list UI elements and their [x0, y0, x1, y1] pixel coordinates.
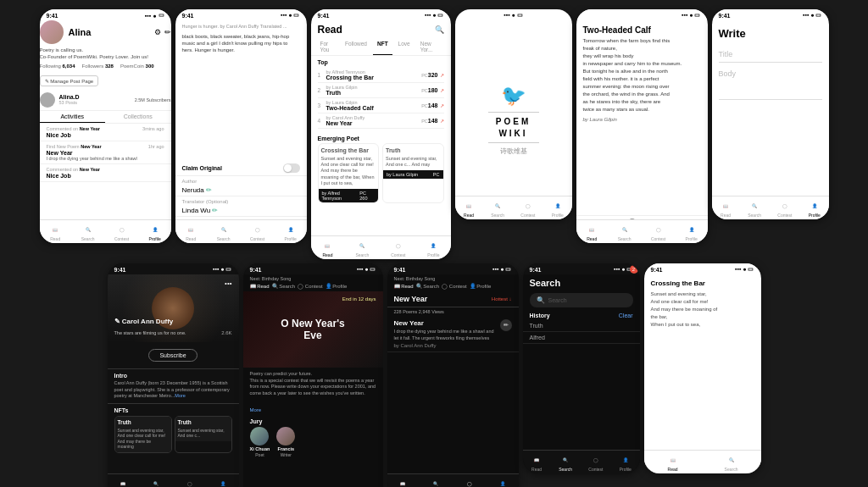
nav-read-crossing[interactable]: 📖Read [667, 454, 679, 472]
jury-francis: Francis Writer [276, 427, 295, 457]
translator-label: Translator (Optional) [175, 196, 307, 205]
read-icon-contest[interactable]: 📖 Read [250, 283, 270, 289]
nav-read-profile[interactable]: 📖Read [49, 224, 61, 241]
nav-search-splash[interactable]: 🔍Search [491, 200, 504, 218]
gear-icon[interactable]: ⚙ [154, 28, 161, 36]
edit-icon[interactable]: ✏ [164, 28, 171, 36]
nav-read-splash[interactable]: 📖Read [463, 200, 475, 218]
nav-quick-results: 📖 Read 🔍 Search ◯ Contest 👤 Profile [387, 283, 519, 289]
tab-newyork[interactable]: New Yor... [416, 39, 444, 55]
tab-nft[interactable]: NFT [373, 39, 392, 55]
intro-label: Intro [114, 373, 232, 379]
tab-activities[interactable]: Activities [40, 111, 106, 123]
tab-foryou[interactable]: For You [316, 39, 339, 55]
nav-read-detail[interactable]: 📖Read [586, 224, 598, 241]
hottest-button[interactable]: Hottest ↓ [492, 296, 512, 302]
search-bar[interactable]: 🔍 Search [530, 293, 633, 307]
bottom-nav-write: 📖Read 🔍Search ◯Contest 👤Profile [712, 196, 829, 219]
status-bar-carol: 9:41 ▪▪▪ ● ▭ [108, 263, 239, 274]
jury-avatar-1 [250, 427, 269, 445]
nav-search-profile[interactable]: 🔍Search [81, 224, 95, 241]
write-body-field[interactable]: Body [719, 66, 822, 100]
logo-wiki-text: WIKI [498, 129, 527, 138]
nav-contest-write[interactable]: ◯Contest [777, 200, 792, 218]
emerging-card-1[interactable]: Crossing the Bar Sunset and evening star… [318, 143, 380, 203]
more-link[interactable]: More [175, 393, 186, 398]
nft-row-3: 3 by Laura Gilpin Two-Headed Calf PC 148… [318, 98, 444, 113]
clear-history-button[interactable]: Clear [619, 313, 633, 318]
nav-profile-write[interactable]: 👤Profile [809, 200, 821, 218]
bottom-nav-splash: 📖Read 🔍Search ◯Contest 👤Profile [455, 196, 572, 219]
nav-search-results[interactable]: 🔍Search [429, 478, 442, 487]
write-content: Write Title Body [712, 20, 829, 219]
manage-post-button[interactable]: ✎ Manage Post Page [40, 75, 99, 86]
tab-collections[interactable]: Collections [105, 111, 171, 123]
nav-contest-post[interactable]: ◯Contest [250, 224, 264, 241]
nav-read-search[interactable]: 📖Read [531, 454, 542, 472]
phone-splash: ▪▪▪ ● ▭ 🐦 POEM WIKI 诗歌维基 📖Read 🔍Search ◯… [455, 9, 572, 219]
crossing-poem-title: Crossing the Bar [651, 279, 754, 287]
phone-write: 9:41 ▪▪▪ ● ▭ Write Title Body 📖Read 🔍Sea… [712, 9, 829, 219]
nav-search-carol[interactable]: 🔍Search [149, 478, 163, 487]
history-item-truth[interactable]: Truth [523, 320, 640, 332]
top-label: Top [318, 59, 444, 65]
read-tabs: For You Followed NFT Love New Yor... [311, 39, 451, 56]
nav-search-nft[interactable]: 🔍Search [355, 240, 369, 257]
nav-profile-post[interactable]: 👤Profile [285, 224, 297, 241]
contest-icon-contest[interactable]: ◯ Contest [298, 283, 322, 289]
nav-profile-carol[interactable]: 👤Profile [217, 478, 229, 487]
bottom-nav-search: 📖Read 🔍Search ◯Contest 👤Profile [523, 450, 640, 473]
nav-profile-search[interactable]: 👤Profile [620, 454, 632, 472]
nft-row-2: 2 by Laura Gilpin Truth PC 180 ↗ [318, 83, 444, 98]
subscribe-button[interactable]: Subscribe [148, 349, 197, 362]
nav-profile-splash[interactable]: 👤Profile [552, 200, 564, 218]
tab-love[interactable]: Love [394, 39, 415, 55]
edit-button-result[interactable]: ✏ [500, 319, 512, 331]
nav-search-detail[interactable]: 🔍Search [618, 224, 632, 241]
profile-icon-contest[interactable]: 👤 Profile [326, 283, 348, 289]
results-stats: 228 Poems 2,948 Views [387, 307, 519, 316]
nav-contest-results[interactable]: ◯Contest [462, 478, 476, 487]
tab-followed[interactable]: Followed [341, 39, 371, 55]
author-value: Neruda ✏ [175, 185, 307, 196]
nav-contest-nft[interactable]: ◯Contest [391, 240, 405, 257]
poem-body: Tomorrow when the farm boys find this fr… [583, 37, 701, 113]
logo-divider-bottom [488, 142, 539, 143]
nav-read-nft[interactable]: 📖Read [321, 240, 333, 257]
nft-card-truth-2[interactable]: Truth Sunset and evening star, And one c… [175, 416, 232, 452]
history-item-alfred[interactable]: Alfred [523, 332, 640, 344]
nav-search-write[interactable]: 🔍Search [748, 200, 761, 218]
nav-search-crossing[interactable]: 🔍Search [725, 454, 738, 472]
nav-profile-results[interactable]: 👤Profile [497, 478, 509, 487]
search-icon-contest[interactable]: 🔍 Search [272, 283, 296, 289]
nav-contest-profile[interactable]: ◯Contest [114, 224, 129, 241]
nav-contest-detail[interactable]: ◯Contest [651, 224, 665, 241]
nav-contest-splash[interactable]: ◯Contest [520, 200, 535, 218]
prev-results-label: Next: Birthday Song [387, 274, 519, 283]
nav-read-carol[interactable]: 📖Read [117, 478, 129, 487]
nft-card-truth-1[interactable]: Truth Sunset and evening star, And one c… [114, 416, 172, 452]
results-title: New Year [394, 295, 428, 303]
write-title-field[interactable]: Title [719, 47, 822, 63]
nav-profile-detail[interactable]: 👤Profile [686, 224, 698, 241]
signal-icon: ▪▪▪ [145, 13, 151, 19]
claim-toggle[interactable] [283, 163, 300, 173]
history-header: History Clear [523, 309, 640, 320]
nav-read-write[interactable]: 📖Read [720, 200, 732, 218]
nav-read-post[interactable]: 📖Read [185, 224, 197, 241]
nft-row-1: 1 by Alfred Tennyson Crossing the Bar PC… [318, 68, 444, 83]
search-icon-read[interactable]: 🔍 [435, 25, 444, 34]
nav-profile-nft[interactable]: 👤Profile [427, 240, 439, 257]
nav-profile-profile[interactable]: 👤Profile [149, 224, 161, 241]
bottom-nav-profile: 📖Read 🔍Search ◯Contest 👤Profile [40, 219, 171, 243]
nav-contest-search[interactable]: ◯Contest [588, 454, 603, 472]
view-count: 2.6K [221, 330, 231, 335]
emerging-card-2[interactable]: Truth Sunset and evening star, And one c… [382, 143, 444, 203]
nav-contest-carol[interactable]: ◯Contest [182, 478, 197, 487]
nav-search-search[interactable]: 🔍Search [559, 454, 572, 472]
status-bar-results: 9:41 ▪▪▪ ● ▭ [387, 263, 519, 274]
contest-more-link[interactable]: More [250, 407, 262, 412]
more-options-icon[interactable]: ••• [225, 279, 231, 287]
nav-read-results[interactable]: 📖Read [397, 478, 409, 487]
nav-search-post[interactable]: 🔍Search [217, 224, 231, 241]
